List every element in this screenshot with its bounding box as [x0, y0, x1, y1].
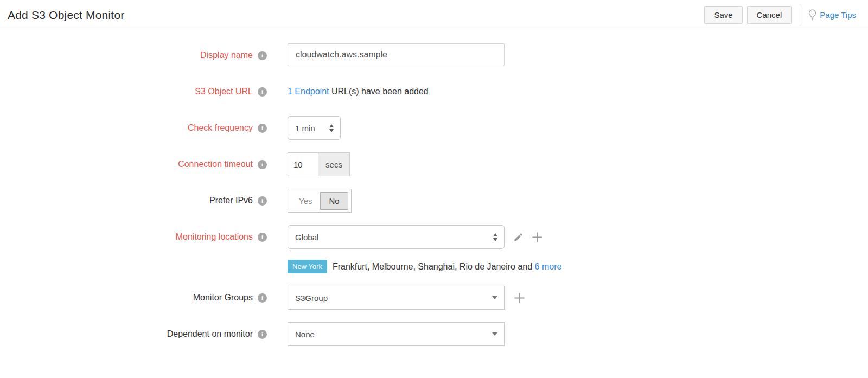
endpoint-status-text: 1 Endpoint URL(s) have been added	[288, 80, 429, 104]
page-title: Add S3 Object Monitor	[8, 9, 124, 22]
endpoint-count-link[interactable]: 1 Endpoint	[288, 87, 329, 96]
header-divider	[800, 7, 800, 23]
info-icon[interactable]: i	[258, 330, 267, 339]
monitoring-locations-value: Global	[295, 233, 493, 242]
monitoring-locations-label: Monitoring locations	[176, 232, 253, 242]
info-icon[interactable]: i	[258, 160, 267, 169]
monitoring-locations-select[interactable]: Global	[288, 225, 505, 249]
display-name-row: Display name i	[0, 43, 868, 67]
check-frequency-select[interactable]: 1 min	[288, 116, 341, 140]
prefer-ipv6-no-option[interactable]: No	[320, 192, 348, 210]
dependent-on-monitor-select[interactable]: None	[288, 322, 505, 346]
check-frequency-row: Check frequency i 1 min	[0, 116, 868, 140]
dependent-on-monitor-value: None	[295, 330, 492, 339]
info-icon[interactable]: i	[258, 124, 267, 133]
info-icon[interactable]: i	[258, 87, 267, 97]
display-name-input[interactable]	[288, 43, 505, 66]
chevron-down-icon	[492, 296, 497, 299]
info-icon[interactable]: i	[258, 233, 267, 242]
more-locations-link[interactable]: 6 more	[535, 262, 562, 271]
monitor-groups-value: S3Group	[295, 293, 492, 303]
connection-timeout-row: Connection timeout i secs	[0, 152, 868, 176]
prefer-ipv6-label: Prefer IPv6	[209, 196, 253, 206]
endpoint-status-rest: URL(s) have been added	[329, 87, 429, 96]
plus-icon	[531, 231, 544, 244]
s3-object-url-row: S3 Object URL i 1 Endpoint URL(s) have b…	[0, 80, 868, 104]
plus-icon	[513, 292, 526, 304]
chevron-down-icon	[492, 332, 497, 336]
prefer-ipv6-row: Prefer IPv6 i Yes No	[0, 189, 868, 213]
add-monitor-form: Display name i S3 Object URL i 1 Endpoin…	[0, 30, 868, 346]
monitoring-locations-row: Monitoring locations i Global	[0, 225, 868, 273]
info-icon[interactable]: i	[258, 196, 267, 206]
dependent-on-monitor-label: Dependent on monitor	[167, 329, 253, 339]
edit-locations-button[interactable]	[513, 232, 524, 242]
check-frequency-label: Check frequency	[188, 123, 253, 133]
location-chip-new-york: New York	[288, 260, 327, 273]
display-name-label: Display name	[200, 50, 253, 60]
monitor-groups-row: Monitor Groups i S3Group	[0, 286, 868, 310]
connection-timeout-label: Connection timeout	[178, 159, 253, 169]
page-header: Add S3 Object Monitor Save Cancel Page T…	[0, 0, 868, 30]
connection-timeout-input[interactable]	[288, 152, 318, 176]
other-locations-text: Frankfurt, Melbourne, Shanghai, Rio de J…	[333, 262, 561, 272]
page-tips-label: Page Tips	[820, 10, 856, 20]
s3-object-url-label: S3 Object URL	[195, 87, 253, 97]
prefer-ipv6-toggle: Yes No	[288, 189, 352, 213]
timeout-unit-addon: secs	[318, 152, 350, 176]
lightbulb-icon	[808, 9, 816, 21]
monitor-groups-select[interactable]: S3Group	[288, 286, 505, 310]
page-tips-link[interactable]: Page Tips	[808, 9, 856, 21]
pencil-icon	[513, 232, 524, 242]
monitor-groups-label: Monitor Groups	[193, 293, 253, 303]
up-down-arrows-icon	[329, 124, 334, 132]
dependent-on-monitor-row: Dependent on monitor i None	[0, 322, 868, 346]
up-down-arrows-icon	[493, 233, 497, 241]
add-monitor-group-button[interactable]	[513, 292, 526, 304]
prefer-ipv6-yes-option[interactable]: Yes	[291, 193, 320, 209]
check-frequency-value: 1 min	[295, 124, 329, 133]
cancel-button[interactable]: Cancel	[747, 6, 792, 24]
save-button[interactable]: Save	[704, 6, 742, 24]
info-icon[interactable]: i	[258, 51, 267, 60]
info-icon[interactable]: i	[258, 293, 267, 303]
add-location-button[interactable]	[531, 231, 544, 244]
